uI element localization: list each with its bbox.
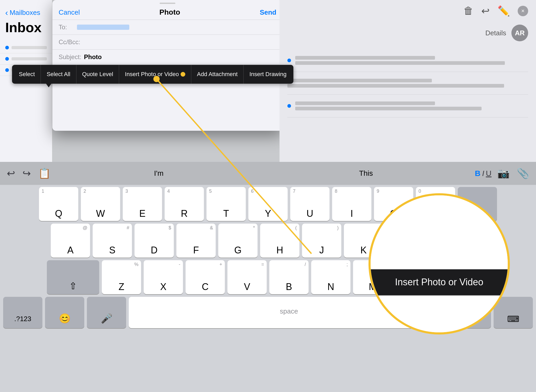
- back-chevron-icon: ‹: [5, 8, 8, 18]
- camera-button[interactable]: 📷: [496, 166, 511, 181]
- send-button[interactable]: Send: [260, 8, 276, 16]
- space-label: space: [280, 297, 298, 326]
- key-letter: Y: [265, 209, 271, 218]
- to-field[interactable]: To:: [52, 20, 283, 35]
- keyboard-toolbar: ↩ ↪ 📋 I'm This B I U 📷 📎: [0, 162, 536, 185]
- key-num: 2: [83, 189, 86, 194]
- email-preview: [12, 46, 47, 49]
- key-h[interactable]: ( H: [260, 224, 299, 258]
- unread-dot: [5, 57, 9, 61]
- suggestion-this[interactable]: This: [354, 167, 378, 180]
- key-num: 5: [209, 189, 212, 194]
- key-x[interactable]: - X: [144, 260, 183, 294]
- key-sym: &: [210, 225, 213, 231]
- emoji-icon: 😊: [59, 313, 71, 326]
- key-n[interactable]: ; N: [311, 260, 350, 294]
- cancel-button[interactable]: Cancel: [59, 8, 80, 16]
- subject-field[interactable]: Subject: Photo: [52, 50, 283, 65]
- key-num: 7: [293, 189, 295, 194]
- key-num: 0: [418, 189, 421, 194]
- key-d[interactable]: $ D: [135, 224, 174, 258]
- trash-icon[interactable]: 🗑: [464, 5, 473, 17]
- unread-dot: [287, 59, 291, 62]
- key-q[interactable]: 1 Q: [39, 187, 78, 221]
- shift-key[interactable]: ⇧: [47, 260, 99, 294]
- mailboxes-label: Mailboxes: [10, 9, 40, 17]
- key-num: 6: [251, 189, 254, 194]
- context-insert-photo-button[interactable]: Insert Photo or Video: [119, 65, 191, 84]
- italic-button[interactable]: I: [482, 169, 484, 178]
- list-item[interactable]: [0, 42, 52, 53]
- key-f[interactable]: & F: [176, 224, 216, 258]
- key-u[interactable]: 7 U: [290, 187, 330, 221]
- mailboxes-back-button[interactable]: ‹ Mailboxes: [5, 8, 47, 18]
- key-num: 4: [167, 189, 170, 194]
- clipboard-button[interactable]: 📋: [37, 166, 52, 181]
- emoji-key[interactable]: 😊: [45, 297, 84, 328]
- close-button[interactable]: ×: [518, 6, 528, 16]
- key-sym: -: [179, 262, 180, 267]
- key-sym: %: [134, 262, 138, 267]
- bold-button[interactable]: B: [475, 169, 481, 178]
- add-attachment-label: Add Attachment: [197, 71, 238, 78]
- avatar-initials: AR: [515, 29, 525, 37]
- key-num: 9: [377, 189, 379, 194]
- list-item[interactable]: [0, 53, 52, 65]
- attachment-button[interactable]: 📎: [515, 166, 531, 181]
- numbers-key[interactable]: .?123: [3, 297, 42, 328]
- key-letter: B: [286, 282, 292, 292]
- key-sym: /: [305, 262, 306, 267]
- key-a[interactable]: @ A: [51, 224, 90, 258]
- microphone-key[interactable]: 🎤: [87, 297, 126, 328]
- inbox-title: Inbox: [5, 21, 47, 34]
- toolbar-icons: 🗑 ↩ ✏️: [464, 5, 510, 17]
- context-select-button[interactable]: Select: [13, 65, 41, 84]
- email-subject: [295, 101, 435, 105]
- subject-label: Subject:: [59, 53, 81, 61]
- underline-button[interactable]: U: [486, 169, 492, 178]
- keyboard-switch-key[interactable]: ⌨: [494, 297, 533, 328]
- key-letter: H: [276, 246, 283, 255]
- key-s[interactable]: # S: [93, 224, 132, 258]
- key-e[interactable]: 3 E: [123, 187, 162, 221]
- key-sym: =: [261, 262, 264, 267]
- suggestions-bar: I'm This: [56, 167, 471, 180]
- cc-field[interactable]: Cc/Bcc:: [52, 35, 283, 50]
- email-preview: [12, 57, 47, 60]
- compose-icon[interactable]: ✏️: [498, 5, 510, 17]
- key-sym: @: [83, 225, 87, 231]
- key-b[interactable]: / B: [269, 260, 309, 294]
- key-letter: Z: [119, 282, 124, 292]
- key-letter: E: [139, 209, 146, 218]
- key-z[interactable]: % Z: [102, 260, 141, 294]
- key-y[interactable]: 6 Y: [248, 187, 288, 221]
- annotation-dot: [181, 72, 185, 77]
- key-i[interactable]: 8 I: [332, 187, 371, 221]
- context-menu: Select Select All Quote Level Insert Pho…: [12, 65, 293, 84]
- avatar: AR: [511, 25, 528, 41]
- key-c[interactable]: + C: [186, 260, 225, 294]
- context-add-attachment-button[interactable]: Add Attachment: [191, 65, 244, 84]
- context-quote-level-button[interactable]: Quote Level: [76, 65, 119, 84]
- key-j[interactable]: ) J: [302, 224, 341, 258]
- key-letter: I: [350, 209, 353, 218]
- key-w[interactable]: 2 W: [81, 187, 120, 221]
- email-detail-rows: [280, 44, 536, 123]
- key-sym: (: [295, 225, 297, 231]
- subject-value[interactable]: Photo: [84, 53, 102, 61]
- undo-button[interactable]: ↩: [5, 166, 17, 181]
- context-select-all-button[interactable]: Select All: [41, 65, 76, 84]
- key-g[interactable]: * G: [218, 224, 258, 258]
- key-t[interactable]: 5 T: [206, 187, 246, 221]
- context-insert-drawing-button[interactable]: Insert Drawing: [244, 65, 292, 84]
- email-row: [287, 95, 528, 117]
- key-letter: D: [151, 246, 158, 255]
- key-letter: T: [223, 209, 229, 218]
- suggestion-im[interactable]: I'm: [149, 167, 169, 180]
- reply-icon[interactable]: ↩: [481, 5, 490, 17]
- key-v[interactable]: = V: [227, 260, 267, 294]
- key-r[interactable]: 4 R: [165, 187, 204, 221]
- email-subject: [295, 56, 435, 60]
- to-value[interactable]: [77, 25, 129, 30]
- redo-button[interactable]: ↪: [21, 166, 32, 181]
